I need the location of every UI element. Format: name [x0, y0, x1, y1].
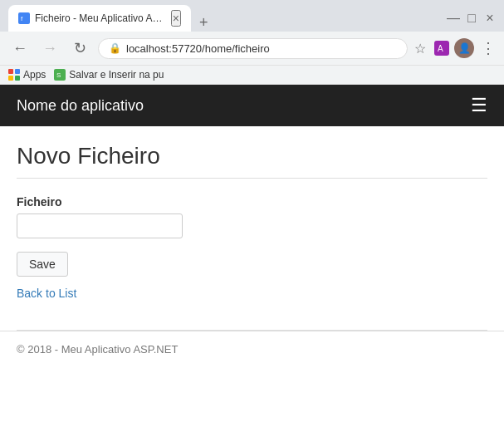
- close-window-button[interactable]: ×: [484, 12, 496, 24]
- footer: © 2018 - Meu Aplicativo ASP.NET: [0, 331, 504, 367]
- ficheiro-input[interactable]: [17, 213, 183, 238]
- bookmark-apps-label: Apps: [23, 69, 46, 81]
- lock-icon: 🔒: [109, 42, 121, 54]
- address-box[interactable]: 🔒 localhost:57720/home/ficheiro: [98, 38, 408, 59]
- window-controls: — □ ×: [448, 12, 496, 24]
- bookmark-salvar[interactable]: S Salvar e Inserir na pu: [54, 69, 164, 81]
- back-button[interactable]: ←: [8, 37, 32, 60]
- user-avatar[interactable]: 👤: [454, 38, 474, 58]
- svg-text:S: S: [56, 71, 61, 79]
- page-title: Novo Ficheiro: [17, 143, 487, 169]
- tab-close-button[interactable]: ×: [171, 10, 181, 27]
- maximize-button[interactable]: □: [466, 12, 477, 24]
- back-to-list-link[interactable]: Back to List: [17, 287, 76, 300]
- apps-grid-icon: [8, 69, 20, 81]
- save-button[interactable]: Save: [17, 252, 68, 277]
- extension-icon-1[interactable]: A: [433, 39, 451, 57]
- browser-chrome: f Ficheiro - Meu Aplicativo ASP.NE × + —…: [0, 0, 504, 85]
- main-content: Novo Ficheiro Ficheiro Save Back to List: [0, 126, 504, 330]
- bookmark-apps[interactable]: Apps: [8, 69, 46, 81]
- new-tab-button[interactable]: +: [196, 14, 212, 32]
- address-text: localhost:57720/home/ficheiro: [126, 42, 397, 55]
- minimize-button[interactable]: —: [448, 12, 459, 24]
- tab-favicon: f: [18, 12, 30, 24]
- footer-text: © 2018 - Meu Aplicativo ASP.NET: [17, 343, 178, 356]
- tab-title: Ficheiro - Meu Aplicativo ASP.NE: [35, 12, 166, 24]
- tab-row: f Ficheiro - Meu Aplicativo ASP.NE × +: [8, 5, 212, 32]
- title-divider: [17, 178, 487, 179]
- active-tab[interactable]: f Ficheiro - Meu Aplicativo ASP.NE ×: [8, 5, 191, 32]
- bookmark-star-button[interactable]: ☆: [414, 41, 426, 56]
- navbar-toggle-button[interactable]: ☰: [471, 95, 487, 116]
- ficheiro-label: Ficheiro: [17, 195, 487, 209]
- extension-icons: A 👤: [433, 38, 474, 58]
- address-bar-row: ← → ↻ 🔒 localhost:57720/home/ficheiro ☆ …: [0, 32, 504, 65]
- forward-button[interactable]: →: [38, 37, 61, 60]
- ficheiro-form-group: Ficheiro: [17, 195, 487, 238]
- svg-text:A: A: [438, 44, 443, 53]
- bookmarks-bar: Apps S Salvar e Inserir na pu: [0, 65, 504, 84]
- page-content: Nome do aplicativo ☰ Novo Ficheiro Fiche…: [0, 85, 504, 367]
- bookmark-salvar-icon: S: [54, 69, 66, 81]
- refresh-button[interactable]: ↻: [68, 37, 91, 60]
- navbar-brand: Nome do aplicativo: [17, 97, 144, 115]
- bookmark-salvar-label: Salvar e Inserir na pu: [69, 69, 164, 81]
- browser-menu-button[interactable]: ⋮: [481, 39, 496, 57]
- title-bar: f Ficheiro - Meu Aplicativo ASP.NE × + —…: [0, 0, 504, 32]
- navbar: Nome do aplicativo ☰: [0, 85, 504, 126]
